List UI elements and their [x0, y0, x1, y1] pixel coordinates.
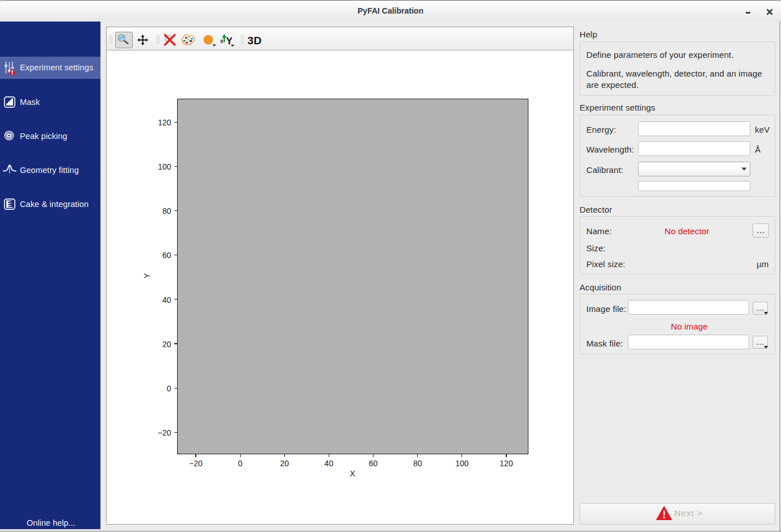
svg-text:0: 0 — [220, 39, 223, 44]
svg-text:Y: Y — [226, 36, 233, 47]
